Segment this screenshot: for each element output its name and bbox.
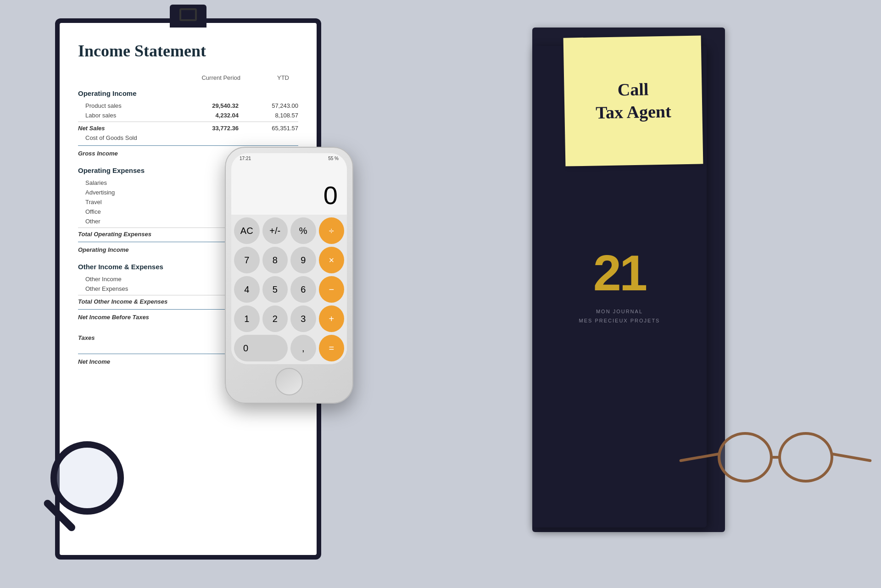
label-total-other: Total Other Income & Expenses <box>78 298 167 305</box>
label-total-opex: Total Operating Expenses <box>78 231 151 238</box>
glasses-arm-left <box>679 452 720 462</box>
btn-add[interactable]: + <box>319 305 345 332</box>
divider-net-sales <box>78 122 298 122</box>
label-gross-income: Gross Income <box>78 150 118 157</box>
col-ytd: YTD <box>277 74 289 81</box>
label-net-sales: Net Sales <box>78 125 105 132</box>
value-product-sales-current: 29,540.32 <box>206 102 239 109</box>
glasses-arm-right <box>831 452 872 462</box>
btn-3[interactable]: 3 <box>290 305 316 332</box>
notebook-subtitle: MON JOURNAL MES PRECIEUX PROJETS <box>579 307 660 326</box>
btn-equals[interactable]: = <box>319 335 345 361</box>
btn-6[interactable]: 6 <box>290 276 316 303</box>
label-other-expenses: Other Expenses <box>78 285 128 292</box>
label-product-sales: Product sales <box>78 102 122 109</box>
glasses-frame <box>679 432 872 483</box>
value-labor-sales-ytd: 8,108.57 <box>266 112 298 119</box>
magnifier-glass <box>50 441 124 515</box>
document-title: Income Statement <box>78 41 298 61</box>
calc-buttons: AC +/- % ÷ 7 8 9 × 4 5 6 − 1 2 3 + 0 , = <box>231 215 347 364</box>
section-title-operating-income: Operating Income <box>78 89 298 97</box>
btn-1[interactable]: 1 <box>234 305 260 332</box>
sticky-line1: Call <box>595 78 671 101</box>
value-net-sales-ytd: 65,351.57 <box>266 125 298 132</box>
col-current-period: Current Period <box>201 74 240 81</box>
notebook-line1: MON JOURNAL <box>579 307 660 316</box>
btn-2[interactable]: 2 <box>262 305 288 332</box>
label-other-income: Other Income <box>78 276 122 283</box>
notebook-number: 21 <box>593 248 646 298</box>
value-labor-sales-current: 4,232.04 <box>206 112 239 119</box>
glasses-lens-right <box>778 432 833 483</box>
phone-status-bar: 17:21 55 % <box>231 153 347 162</box>
btn-ac[interactable]: AC <box>234 217 260 244</box>
btn-decimal[interactable]: , <box>290 335 316 361</box>
calc-display: 0 <box>231 162 347 215</box>
label-net-before-tax: Net Income Before Taxes <box>78 314 149 321</box>
btn-divide[interactable]: ÷ <box>319 217 345 244</box>
row-cost-goods: Cost of Goods Sold <box>78 133 298 143</box>
glasses-lens-left <box>718 432 773 483</box>
display-value: 0 <box>323 180 338 210</box>
row-product-sales: Product sales 29,540.32 57,243.00 <box>78 101 298 111</box>
label-salaries: Salaries <box>78 179 107 186</box>
btn-8[interactable]: 8 <box>262 247 288 273</box>
btn-percent[interactable]: % <box>290 217 316 244</box>
phone-screen: 17:21 55 % 0 AC +/- % ÷ 7 8 9 × 4 5 6 − … <box>231 153 347 364</box>
btn-0[interactable]: 0 <box>234 335 288 361</box>
column-headers: Current Period YTD <box>78 74 298 81</box>
btn-subtract[interactable]: − <box>319 276 345 303</box>
status-time: 17:21 <box>240 156 251 161</box>
label-taxes: Taxes <box>78 334 95 341</box>
row-net-sales: Net Sales 33,772.36 65,351.57 <box>78 123 298 133</box>
glasses <box>679 432 826 551</box>
label-travel: Travel <box>78 199 102 205</box>
value-net-sales-current: 33,772.36 <box>206 125 239 132</box>
status-battery: 55 % <box>328 156 339 161</box>
clipboard-clip <box>170 5 206 28</box>
notebook-line2: MES PRECIEUX PROJETS <box>579 316 660 326</box>
divider-gross <box>78 145 298 146</box>
label-cost-goods: Cost of Goods Sold <box>78 134 137 141</box>
row-labor-sales: Labor sales 4,232.04 8,108.57 <box>78 111 298 120</box>
btn-4[interactable]: 4 <box>234 276 260 303</box>
btn-9[interactable]: 9 <box>290 247 316 273</box>
label-labor-sales: Labor sales <box>78 112 116 119</box>
label-net-income: Net Income <box>78 358 110 365</box>
phone-home-btn[interactable] <box>275 368 303 395</box>
label-operating-income: Operating Income <box>78 246 129 253</box>
value-product-sales-ytd: 57,243.00 <box>266 102 298 109</box>
smartphone: 17:21 55 % 0 AC +/- % ÷ 7 8 9 × 4 5 6 − … <box>225 147 353 404</box>
sticky-note: Call Tax Agent <box>563 35 703 166</box>
label-other: Other <box>78 218 100 225</box>
sticky-line2: Tax Agent <box>596 100 671 124</box>
btn-5[interactable]: 5 <box>262 276 288 303</box>
magnifier <box>41 441 142 542</box>
sticky-text: Call Tax Agent <box>595 78 671 124</box>
btn-7[interactable]: 7 <box>234 247 260 273</box>
label-office: Office <box>78 208 101 215</box>
btn-multiply[interactable]: × <box>319 247 345 273</box>
label-advertising: Advertising <box>78 189 115 196</box>
btn-plusminus[interactable]: +/- <box>262 217 288 244</box>
